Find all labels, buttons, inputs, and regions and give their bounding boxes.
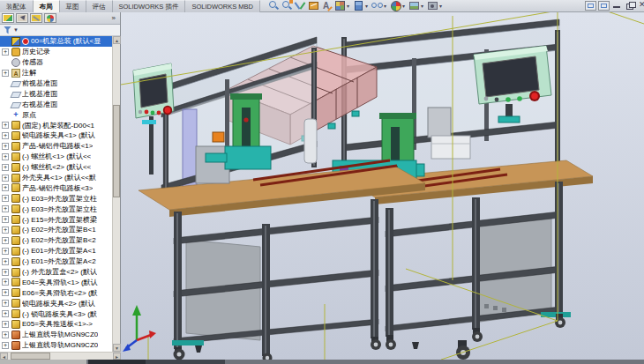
tree-item[interactable]: +A注解	[0, 68, 113, 78]
tab-1[interactable]: 装配体	[0, 0, 34, 12]
tree-item[interactable]: +锁电路板夹具<2> (默认	[0, 298, 113, 308]
tree-item[interactable]: +(-) 外壳放置盒<2> (默认	[0, 267, 113, 278]
tree-item[interactable]: +(-) E02=外壳放置架B<2	[0, 235, 113, 246]
display-style-icon[interactable]	[353, 0, 364, 11]
tree-filter-bar[interactable]: ▼	[0, 25, 120, 36]
scroll-up-icon[interactable]: ▲	[113, 36, 121, 44]
expand-icon[interactable]: +	[2, 300, 9, 307]
tree-item[interactable]: +上银直线导轨MGN9CZ0	[0, 340, 113, 351]
tree-item[interactable]: +历史记录	[0, 47, 113, 57]
chevron-down-icon[interactable]: ▾	[439, 3, 442, 9]
expand-icon[interactable]: +	[2, 237, 9, 244]
tree-item[interactable]: +(-) 锁电路板夹具<3> (默	[0, 308, 113, 319]
scroll-down-icon[interactable]: ▼	[113, 344, 121, 352]
tab-6[interactable]: SOLIDWORKS MBD	[185, 0, 260, 12]
expand-icon[interactable]: +	[2, 342, 9, 349]
tree-item[interactable]: +(-) E03=外壳放置架立柱	[0, 204, 113, 214]
scroll-left-icon[interactable]: ◄	[0, 353, 8, 360]
expand-icon[interactable]: +	[2, 279, 9, 286]
tree-item[interactable]: +(-) E01=外壳放置架A<1	[0, 246, 113, 256]
expand-icon[interactable]: +	[2, 132, 9, 139]
chevron-down-icon[interactable]: ▼	[13, 27, 19, 33]
tree-item[interactable]: +产品-锡铝件电路板<3>	[0, 182, 113, 193]
tree-item[interactable]: 前视基准面	[0, 78, 113, 89]
apply-scene-icon[interactable]	[408, 0, 420, 11]
panel-tab-configurationmanager[interactable]	[30, 13, 42, 23]
main-area: » ▼ 00=机架总装 (默认<显+历史记录传感器+A注解前视基准面上视基准面右…	[0, 12, 644, 360]
tree-item[interactable]: +原点	[0, 109, 113, 120]
tree-horizontal-scrollbar[interactable]: ◄ ►	[0, 352, 121, 360]
tab-3[interactable]: 草图	[60, 0, 86, 12]
scroll-right-icon[interactable]: ►	[113, 353, 121, 360]
tree-item[interactable]: +(-) E02=外壳放置架B<1	[0, 225, 113, 235]
chevron-down-icon[interactable]: ▾	[421, 3, 423, 9]
expand-icon[interactable]: +	[2, 175, 9, 182]
expand-icon[interactable]: +	[2, 48, 9, 56]
expand-icon[interactable]: +	[2, 70, 9, 77]
tree-item[interactable]: +E04=夹具滑轨<1> (默认	[0, 277, 113, 287]
close-button[interactable]	[638, 1, 644, 11]
minimize-button[interactable]	[611, 1, 623, 11]
tab-5[interactable]: SOLIDWORKS 插件	[113, 0, 186, 12]
expand-icon[interactable]: +	[2, 195, 9, 202]
expand-icon[interactable]: +	[2, 310, 9, 317]
tree-vertical-scrollbar[interactable]: ▲ ▼	[112, 36, 120, 352]
vertical-scroll-thumb[interactable]	[113, 105, 120, 197]
graphics-area[interactable]	[121, 12, 644, 360]
view-orientation-icon[interactable]	[334, 0, 346, 11]
tree-item[interactable]: +上银直线导轨MGN9CZ0	[0, 330, 113, 340]
tree-item[interactable]: +(-) 螺丝机<1> (默认<<	[0, 152, 113, 162]
section-view-icon[interactable]	[295, 0, 306, 11]
tree-item[interactable]: +(-) E01=外壳放置架A<2	[0, 256, 113, 267]
tree-item[interactable]: +(固定) 机架装配-D00<1	[0, 120, 113, 130]
expand-icon[interactable]: +	[2, 205, 9, 212]
chevron-down-icon[interactable]: ▾	[402, 3, 405, 9]
zoom-to-area-icon[interactable]	[281, 0, 293, 11]
expand-icon[interactable]: +	[2, 258, 9, 265]
view-settings-icon[interactable]	[427, 0, 438, 11]
doc-window-2-button[interactable]	[598, 1, 610, 11]
tree-item[interactable]: +(-) E15=外壳放置架横梁	[0, 214, 113, 225]
zoom-to-fit-icon[interactable]	[268, 0, 280, 11]
chevron-down-icon[interactable]: ▾	[384, 3, 386, 9]
tree-item[interactable]: 上视基准面	[0, 88, 113, 99]
expand-icon[interactable]: +	[2, 289, 9, 296]
panel-tab-featuremanager-design-tree[interactable]	[2, 13, 14, 23]
expand-icon[interactable]: +	[2, 153, 9, 160]
expand-icon[interactable]: +	[2, 184, 9, 191]
tab-2[interactable]: 布局	[34, 0, 60, 12]
measure-icon[interactable]	[308, 0, 319, 11]
tree-item[interactable]: +E06=夹具滑轨右<2> (默	[0, 287, 113, 298]
expand-icon[interactable]: +	[2, 122, 9, 129]
tab-4[interactable]: 评估	[86, 0, 113, 12]
expand-icon[interactable]: +	[2, 227, 9, 234]
restore-button[interactable]	[625, 1, 636, 11]
hide-show-items-icon[interactable]	[371, 0, 383, 11]
expand-icon[interactable]: +	[2, 216, 9, 223]
expand-icon[interactable]: +	[2, 331, 9, 338]
tree-item[interactable]: +产品-锡铝件电路板<1>	[0, 141, 113, 152]
chevron-down-icon[interactable]: ▾	[347, 3, 349, 9]
tree-item[interactable]: +(-) 螺丝机<2> (默认<<	[0, 162, 113, 173]
edit-appearance-icon[interactable]	[390, 0, 401, 11]
tree-item[interactable]: +锁电路板夹具<1> (默认	[0, 130, 113, 141]
expand-icon[interactable]: +	[2, 269, 9, 276]
expand-icon[interactable]: +	[2, 248, 9, 255]
tree-item[interactable]: +(-) E03=外壳放置架立柱	[0, 193, 113, 204]
3d-viewport-canvas[interactable]	[121, 12, 644, 360]
panel-tab-displaymanager[interactable]	[44, 13, 56, 23]
chevron-down-icon[interactable]: ▾	[365, 3, 368, 9]
horizontal-scroll-thumb[interactable]	[11, 353, 50, 360]
panel-tab-propertymanager[interactable]	[16, 13, 28, 23]
tree-item[interactable]: 右视基准面	[0, 99, 113, 109]
tree-item[interactable]: 传感器	[0, 57, 113, 68]
overflow-chevron-icon[interactable]: »	[112, 14, 118, 22]
tree-item[interactable]: +外壳夹具<1> (默认<<默	[0, 173, 113, 183]
tree-item[interactable]: 00=机架总装 (默认<显	[0, 36, 113, 47]
dynamic-annotation-views-icon[interactable]	[321, 0, 333, 11]
expand-icon[interactable]: +	[2, 321, 9, 328]
tree-item[interactable]: +E05=夹具推送板<1>->	[0, 319, 113, 330]
doc-window-1-button[interactable]	[585, 1, 596, 11]
expand-icon[interactable]: +	[2, 164, 9, 171]
expand-icon[interactable]: +	[2, 143, 9, 150]
